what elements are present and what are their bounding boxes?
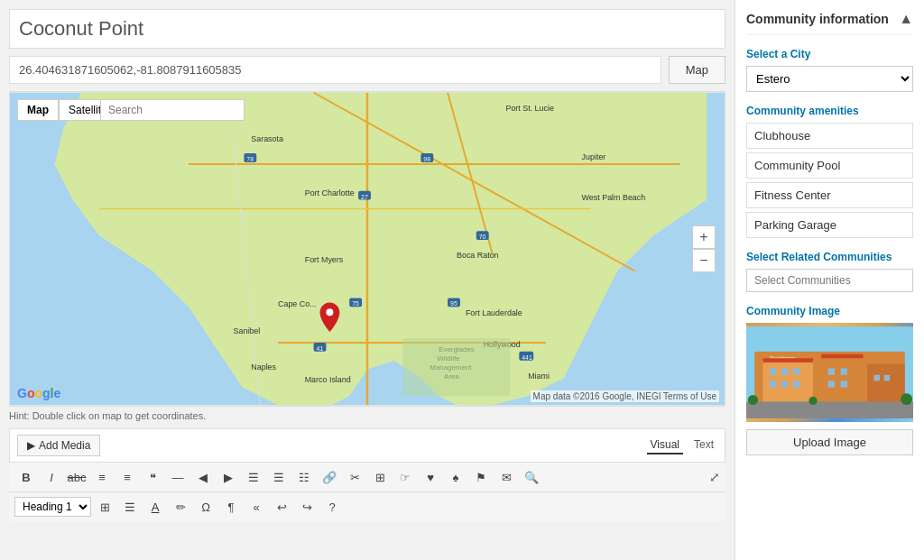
- svg-point-65: [808, 397, 817, 405]
- related-communities-input[interactable]: [746, 269, 913, 292]
- upload-image-button[interactable]: Upload Image: [746, 429, 913, 455]
- email-button[interactable]: ✉: [494, 466, 518, 488]
- map-attribution: Map data ©2016 Google, INEGI Terms of Us…: [531, 390, 719, 402]
- svg-rect-52: [781, 368, 788, 374]
- coordinates-input[interactable]: [9, 56, 661, 84]
- align-left-button[interactable]: ◀: [191, 466, 215, 488]
- svg-rect-56: [793, 381, 799, 387]
- community-image-label: Community Image: [746, 305, 913, 317]
- svg-text:West Palm Beach: West Palm Beach: [582, 193, 646, 202]
- svg-rect-68: [763, 358, 814, 363]
- tab-visual[interactable]: Visual: [647, 436, 683, 454]
- svg-text:27: 27: [361, 194, 368, 200]
- help-button[interactable]: ?: [320, 496, 344, 518]
- align-justify-button[interactable]: ☰: [267, 466, 291, 488]
- svg-text:78: 78: [246, 156, 254, 162]
- tab-text[interactable]: Text: [690, 436, 717, 454]
- amenity-parking-garage: Parking Garage: [746, 212, 913, 238]
- bold-button[interactable]: B: [14, 466, 38, 488]
- svg-text:Boca Raton: Boca Raton: [457, 251, 499, 260]
- flag-button[interactable]: ⚑: [469, 466, 493, 488]
- amenities-label: Community amenities: [746, 105, 913, 117]
- map-marker-button[interactable]: ♠: [444, 466, 467, 488]
- svg-text:Sanibel: Sanibel: [234, 326, 261, 335]
- related-communities-section: Select Related Communities: [746, 251, 913, 292]
- text-align-button[interactable]: ⊞: [93, 496, 116, 518]
- heart-button[interactable]: ♥: [419, 466, 442, 488]
- indent-left-button[interactable]: ☰: [118, 496, 142, 518]
- amenity-clubhouse: Clubhouse: [746, 123, 913, 149]
- svg-rect-51: [770, 368, 776, 374]
- ol-button[interactable]: ≡: [116, 466, 139, 488]
- community-image-section: Community Image: [746, 305, 913, 455]
- align-center-button[interactable]: ▶: [217, 466, 240, 488]
- map-container: Map Satellite: [9, 91, 725, 407]
- outdent-button[interactable]: «: [245, 496, 268, 518]
- add-media-label: Add Media: [39, 439, 90, 452]
- undo-button[interactable]: ↩: [270, 496, 293, 518]
- map-hint: Hint: Double click on map to get coordin…: [9, 410, 725, 421]
- main-content: Map Map Satellite: [0, 0, 735, 560]
- amenities-section: Community amenities Clubhouse Community …: [746, 105, 913, 238]
- unlink-button[interactable]: ✂: [343, 466, 366, 488]
- sidebar-header: Community information ▲: [746, 11, 913, 35]
- city-select[interactable]: Estero Naples Fort Myers Cape Coral: [746, 66, 913, 92]
- toolbar-row1: B I abc ≡ ≡ ❝ — ◀ ▶ ☰ ☰ ☷ 🔗 ✂ ⊞ ☞ ♥ ♠ ⚑ …: [9, 462, 725, 491]
- svg-text:Port Charlotte: Port Charlotte: [305, 188, 355, 197]
- marker-button[interactable]: ☞: [393, 466, 417, 488]
- map-tab-map[interactable]: Map: [17, 99, 59, 121]
- building-svg: Residences: [746, 323, 913, 422]
- ul-button[interactable]: ≡: [90, 466, 114, 488]
- text-color-button[interactable]: A: [143, 496, 167, 518]
- blockquote-button[interactable]: ❝: [141, 466, 164, 488]
- redo-button[interactable]: ↪: [295, 496, 319, 518]
- expand-button[interactable]: ⤢: [709, 470, 720, 484]
- svg-rect-69: [821, 354, 863, 359]
- strikethrough-button[interactable]: abc: [65, 466, 88, 488]
- svg-rect-61: [874, 375, 880, 381]
- map-search-input[interactable]: [100, 99, 245, 121]
- svg-text:Naples: Naples: [251, 363, 276, 372]
- map-svg: Port St. Lucie Jupiter West Palm Beach P…: [10, 92, 725, 406]
- svg-text:Port St. Lucie: Port St. Lucie: [505, 104, 554, 113]
- special-char-button[interactable]: Ω: [194, 496, 217, 518]
- svg-text:Miami: Miami: [528, 372, 550, 381]
- italic-button[interactable]: I: [40, 466, 63, 488]
- indent-button[interactable]: ☷: [292, 466, 316, 488]
- search-button[interactable]: 🔍: [520, 466, 543, 488]
- svg-text:Cape Co...: Cape Co...: [278, 299, 317, 308]
- title-input[interactable]: [9, 9, 725, 49]
- toolbar-row2: Heading 1 ⊞ ☰ A ✏ Ω ¶ « ↩ ↪ ?: [9, 491, 725, 521]
- svg-text:Sarasota: Sarasota: [251, 134, 283, 143]
- google-logo: Google: [17, 386, 60, 400]
- zoom-in-button[interactable]: +: [692, 225, 716, 249]
- svg-point-64: [748, 395, 758, 405]
- heading-select[interactable]: Heading 1: [14, 497, 91, 517]
- svg-rect-58: [841, 368, 847, 374]
- zoom-out-button[interactable]: −: [692, 249, 716, 272]
- insert-button[interactable]: ⊞: [368, 466, 392, 488]
- svg-text:70: 70: [479, 234, 486, 240]
- coordinates-row: Map: [9, 56, 725, 84]
- map-button[interactable]: Map: [669, 56, 725, 84]
- add-media-button[interactable]: ▶ Add Media: [17, 435, 100, 456]
- svg-text:95: 95: [450, 300, 457, 307]
- svg-point-66: [901, 393, 912, 405]
- svg-text:Fort Myers: Fort Myers: [305, 255, 344, 264]
- link-button[interactable]: 🔗: [318, 466, 341, 488]
- amenity-fitness-center: Fitness Center: [746, 182, 913, 208]
- svg-text:441: 441: [522, 354, 532, 361]
- align-right-button[interactable]: ☰: [242, 466, 265, 488]
- svg-rect-55: [781, 381, 788, 387]
- sidebar-collapse-button[interactable]: ▲: [899, 11, 913, 27]
- svg-text:Marco Island: Marco Island: [305, 376, 351, 385]
- rtl-button[interactable]: ¶: [219, 496, 243, 518]
- select-city-section: Select a City Estero Naples Fort Myers C…: [746, 48, 913, 92]
- edit-button[interactable]: ✏: [169, 496, 192, 518]
- map-search-container: [100, 99, 245, 121]
- svg-rect-59: [828, 381, 835, 387]
- hr-button[interactable]: —: [166, 466, 189, 488]
- svg-rect-63: [746, 401, 913, 418]
- svg-text:41: 41: [317, 345, 324, 352]
- community-image: Residences: [746, 323, 913, 422]
